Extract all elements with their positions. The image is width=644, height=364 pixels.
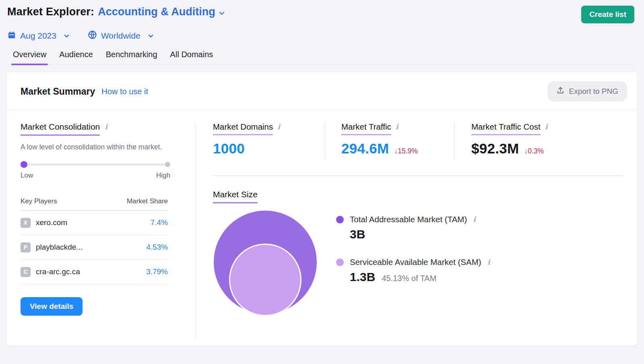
tam-legend: Total Addressable Market (TAM) i 3B	[336, 215, 490, 241]
domain-link[interactable]: xero.com	[36, 218, 67, 227]
slider-low-label: Low	[21, 172, 33, 180]
tam-sam-bubble-chart	[214, 211, 318, 316]
globe-icon	[88, 30, 97, 41]
domain-favicon: P	[21, 242, 31, 252]
chevron-down-icon	[219, 10, 225, 17]
tab-audience[interactable]: Audience	[59, 50, 93, 64]
sam-legend-dot	[336, 259, 344, 266]
info-icon[interactable]: i	[473, 216, 476, 223]
slider-low-handle[interactable]	[21, 161, 27, 168]
market-traffic-cost-change: ↓0.3%	[524, 147, 544, 155]
export-label: Export to PNG	[569, 87, 619, 96]
tab-overview[interactable]: Overview	[13, 50, 46, 64]
market-traffic-stat: Market Traffic i 294.6M ↓15.9%	[325, 122, 454, 157]
chevron-down-icon	[148, 33, 154, 39]
info-icon[interactable]: i	[396, 123, 398, 130]
market-stats-section: Market Domains i 1000 Market Traffic i 2…	[196, 122, 637, 339]
info-icon[interactable]: i	[545, 123, 548, 130]
slider-high-label: High	[156, 172, 170, 180]
sam-bubble[interactable]	[229, 244, 301, 316]
sam-legend-label: Serviceable Available Market (SAM)	[350, 257, 481, 267]
key-players-column-header: Key Players	[21, 197, 57, 205]
table-row[interactable]: X xero.com 7.4%	[21, 211, 168, 235]
market-traffic-cost-stat: Market Traffic Cost i $92.3M ↓0.3%	[454, 122, 547, 157]
card-title: Market Summary	[21, 86, 95, 97]
market-traffic-value: 294.6M	[341, 141, 389, 157]
market-share-column-header: Market Share	[127, 197, 168, 205]
domain-favicon: C	[21, 267, 31, 277]
slider-high-handle[interactable]	[165, 162, 170, 167]
tam-legend-dot	[336, 216, 344, 223]
market-traffic-change: ↓15.9%	[394, 147, 418, 155]
how-to-use-link[interactable]: How to use it	[101, 87, 148, 96]
market-traffic-cost-value: $92.3M	[471, 141, 519, 157]
chart-legend: Total Addressable Market (TAM) i 3B Serv…	[336, 211, 490, 316]
consolidation-description: A low level of consolidation within the …	[21, 142, 165, 152]
chevron-down-icon	[64, 33, 70, 39]
table-row[interactable]: C cra-arc.gc.ca 3.79%	[21, 260, 168, 284]
page-header: Market Explorer: Accounting & Auditing C…	[0, 0, 644, 65]
key-players-table: Key Players Market Share X xero.com 7.4%…	[21, 197, 168, 284]
sam-percent-of-tam: 45.13% of TAM	[382, 274, 436, 283]
sam-value: 1.3B	[350, 270, 375, 284]
section-divider	[213, 176, 623, 176]
tab-benchmarking[interactable]: Benchmarking	[106, 50, 157, 64]
market-size-chart: Total Addressable Market (TAM) i 3B Serv…	[213, 211, 623, 316]
date-filter-dropdown[interactable]: Aug 2023	[7, 31, 70, 41]
domain-link[interactable]: cra-arc.gc.ca	[36, 267, 80, 276]
tam-legend-label: Total Addressable Market (TAM)	[350, 215, 467, 224]
market-traffic-cost-label: Market Traffic Cost	[471, 122, 541, 135]
consolidation-slider	[21, 161, 170, 168]
market-traffic-label: Market Traffic	[341, 122, 391, 135]
info-icon[interactable]: i	[487, 259, 490, 266]
domain-link[interactable]: playblackde...	[36, 243, 83, 252]
info-icon[interactable]: i	[105, 123, 107, 130]
tab-all-domains[interactable]: All Domains	[170, 50, 213, 64]
market-domains-label: Market Domains	[213, 122, 273, 135]
table-row[interactable]: P playblackde... 4.53%	[21, 235, 168, 260]
upload-icon	[556, 86, 565, 97]
domain-favicon: X	[21, 218, 31, 228]
market-share-value: 3.79%	[146, 267, 168, 276]
market-share-value: 4.53%	[146, 243, 168, 252]
market-consolidation-section: Market Consolidation i A low level of co…	[21, 122, 196, 339]
sam-legend: Serviceable Available Market (SAM) i 1.3…	[336, 257, 490, 284]
market-domains-value: 1000	[213, 141, 245, 157]
slider-track	[21, 163, 170, 165]
info-icon[interactable]: i	[277, 123, 280, 130]
market-share-value: 7.4%	[151, 218, 168, 227]
market-size-title: Market Size	[213, 190, 258, 203]
date-filter-label: Aug 2023	[20, 31, 56, 41]
market-consolidation-title: Market Consolidation	[21, 122, 100, 136]
view-details-button[interactable]: View details	[21, 297, 83, 316]
create-list-button[interactable]: Create list	[581, 6, 634, 23]
market-summary-card: Market Summary How to use it Export to P…	[6, 72, 638, 346]
tam-value: 3B	[350, 228, 365, 241]
region-filter-label: Worldwide	[101, 31, 140, 41]
tab-bar: Overview Audience Benchmarking All Domai…	[7, 50, 634, 65]
region-filter-dropdown[interactable]: Worldwide	[88, 30, 154, 41]
calendar-icon	[7, 31, 16, 41]
market-name: Accounting & Auditing	[98, 6, 215, 18]
market-picker-dropdown[interactable]: Accounting & Auditing	[98, 6, 225, 18]
page-title: Market Explorer:	[7, 6, 94, 18]
market-domains-stat: Market Domains i 1000	[213, 122, 325, 157]
export-to-png-button[interactable]: Export to PNG	[548, 82, 627, 101]
